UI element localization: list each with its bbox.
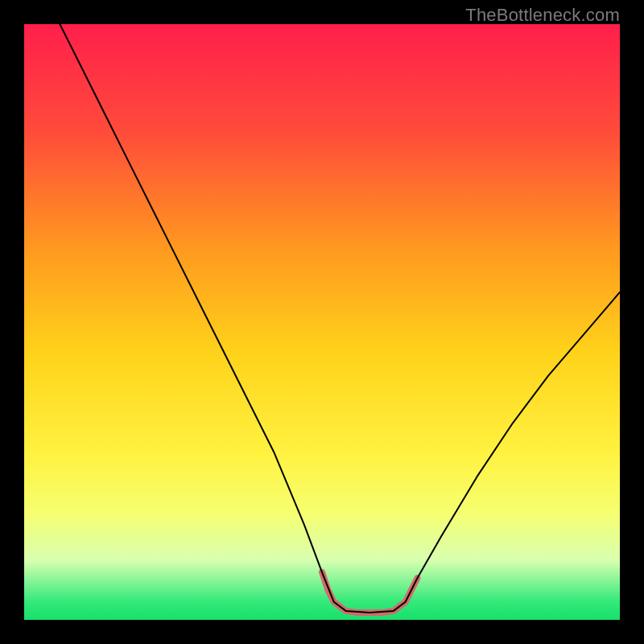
watermark-text: TheBottleneck.com	[465, 5, 620, 26]
chart-svg	[24, 24, 620, 620]
chart-frame: TheBottleneck.com	[0, 0, 644, 644]
plot-area	[24, 24, 620, 620]
gradient-background	[24, 24, 620, 620]
